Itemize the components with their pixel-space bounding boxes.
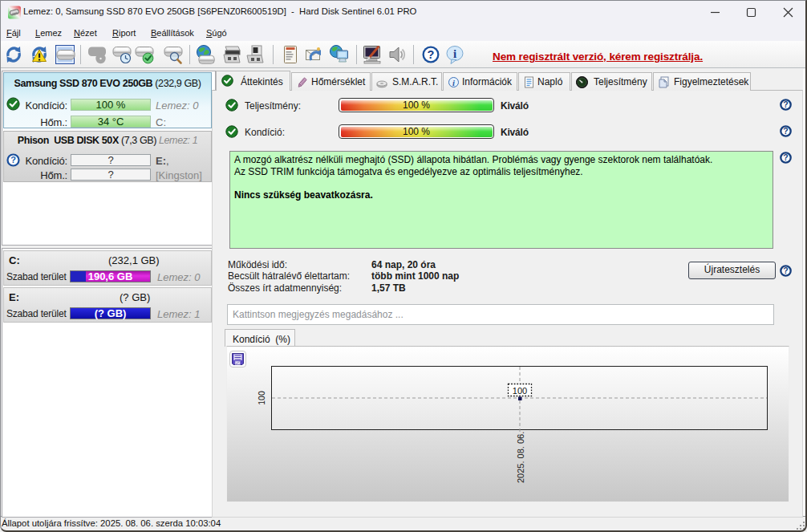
svg-text:?: ?: [783, 152, 788, 162]
svg-text:100: 100: [257, 391, 266, 405]
svg-text:?: ?: [783, 126, 788, 136]
svg-text:?: ?: [428, 48, 435, 61]
svg-text:2025. 08. 06.: 2025. 08. 06.: [516, 432, 525, 483]
svg-text:100: 100: [513, 386, 527, 396]
svg-text:i: i: [452, 79, 455, 87]
svg-text:i: i: [453, 47, 456, 60]
svg-text:?: ?: [783, 266, 788, 275]
svg-text:?: ?: [783, 99, 788, 109]
